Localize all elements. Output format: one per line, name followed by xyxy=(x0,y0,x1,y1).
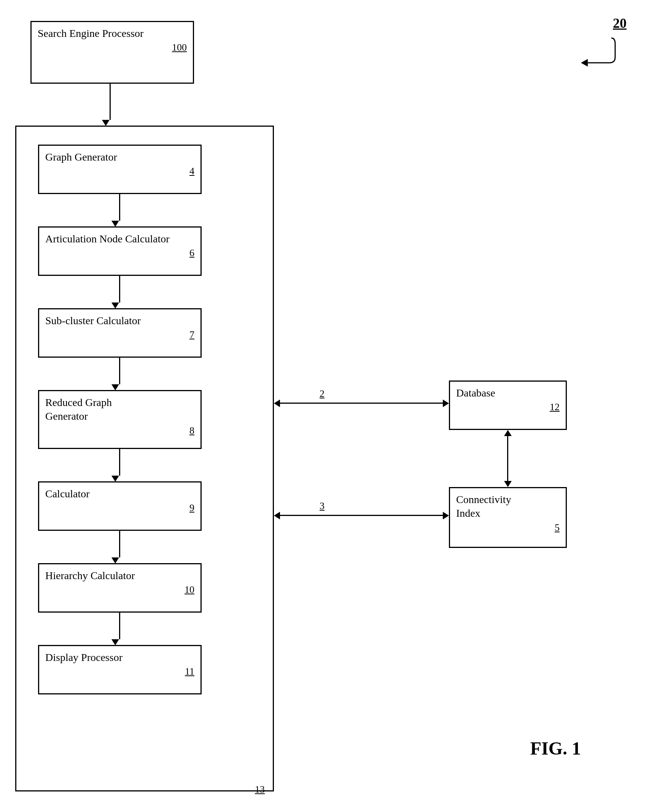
arrowhead-db-up xyxy=(504,430,512,436)
calculator-label: Calculator xyxy=(45,487,194,501)
display-number: 11 xyxy=(185,666,194,677)
graph-generator-number: 4 xyxy=(189,166,194,177)
arrow-3-body xyxy=(280,515,443,516)
arrow-2-line xyxy=(274,403,449,404)
reduced-graph-box: Reduced GraphGenerator 8 xyxy=(38,390,202,449)
arrow-calc-hc xyxy=(119,531,120,557)
reduced-graph-label: Reduced GraphGenerator xyxy=(45,396,194,424)
outer-box-number: 13 xyxy=(255,784,265,795)
arrowhead-2-right xyxy=(443,400,449,407)
connectivity-label: ConnectivityIndex xyxy=(456,493,560,521)
articulation-label: Articulation Node Calculator xyxy=(45,232,194,246)
arrow-rg-calc xyxy=(119,449,120,476)
hierarchy-box: Hierarchy Calculator 10 xyxy=(38,563,202,613)
arrow-3-label: 3 xyxy=(320,500,325,512)
articulation-box: Articulation Node Calculator 6 xyxy=(38,226,202,276)
graph-generator-box: Graph Generator 4 xyxy=(38,145,202,194)
arrow-anc-sc xyxy=(119,276,120,303)
hierarchy-label: Hierarchy Calculator xyxy=(45,569,194,583)
subcluster-number: 7 xyxy=(189,329,194,341)
articulation-number: 6 xyxy=(189,247,194,259)
display-label: Display Processor xyxy=(45,651,194,664)
search-engine-label: Search Engine Processor xyxy=(38,27,187,40)
subcluster-label: Sub-cluster Calculator xyxy=(45,314,194,328)
arrow-gg-anc xyxy=(119,194,120,221)
arrow-db-ci-body xyxy=(507,436,508,481)
arrowhead-2-left xyxy=(274,400,280,407)
database-box: Database 12 xyxy=(449,381,567,430)
arrow-db-ci-vert xyxy=(507,430,508,487)
arrow-sc-rg xyxy=(119,358,120,384)
arrow-sep-down xyxy=(110,84,111,120)
display-box: Display Processor 11 xyxy=(38,645,202,694)
subcluster-box: Sub-cluster Calculator 7 xyxy=(38,308,202,358)
arrow-2-label: 2 xyxy=(320,388,325,400)
arrowhead-ci-down xyxy=(504,481,512,487)
arrow-2-body xyxy=(280,403,443,404)
database-label: Database xyxy=(456,386,560,400)
calculator-box: Calculator 9 xyxy=(38,481,202,531)
calculator-number: 9 xyxy=(189,502,194,514)
graph-generator-label: Graph Generator xyxy=(45,150,194,164)
connectivity-box: ConnectivityIndex 5 xyxy=(449,487,567,548)
return-arrow-icon xyxy=(573,30,619,70)
diagram: 20 Search Engine Processor 100 13 Graph … xyxy=(0,0,657,812)
database-number: 12 xyxy=(550,401,560,413)
arrowhead-3-right xyxy=(443,512,449,519)
connectivity-number: 5 xyxy=(555,522,560,533)
arrow-hc-dp xyxy=(119,613,120,639)
reduced-graph-number: 8 xyxy=(189,425,194,436)
figure-caption: FIG. 1 xyxy=(530,738,581,759)
figure-number: 20 xyxy=(613,15,627,31)
svg-marker-0 xyxy=(581,59,588,67)
search-engine-number: 100 xyxy=(172,42,187,53)
arrow-3-line xyxy=(274,515,449,516)
hierarchy-number: 10 xyxy=(185,584,194,595)
search-engine-box: Search Engine Processor 100 xyxy=(30,21,194,84)
arrowhead-3-left xyxy=(274,512,280,519)
